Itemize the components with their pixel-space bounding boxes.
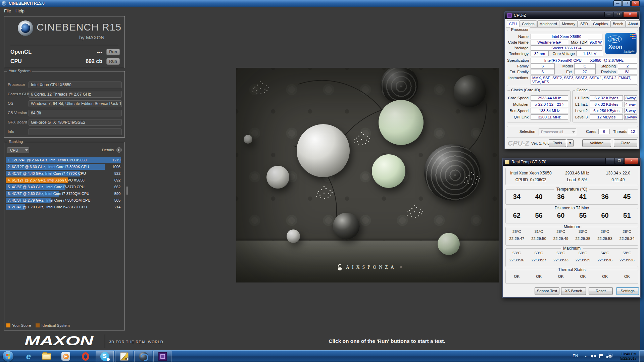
close-icon[interactable]: ✕ — [624, 158, 638, 164]
thermal-status: OK — [528, 274, 550, 278]
menu-help[interactable]: Help — [15, 8, 24, 13]
core-voltage-field: 1.184 V — [576, 51, 603, 56]
show-desktop-button[interactable] — [640, 350, 644, 362]
tab-bench[interactable]: Bench — [610, 20, 626, 27]
thermal-status: OK — [550, 274, 572, 278]
minimize-button[interactable]: — — [604, 12, 613, 17]
run-cpu-button[interactable]: Run — [106, 58, 120, 65]
system-row-value[interactable]: Windows 7, 64 Bit, Ultimate Edition Serv… — [29, 100, 122, 107]
system-row-value[interactable]: 64 Bit — [29, 110, 122, 116]
specification-field: Intel(R) Xeon(R) CPU X5650 @ 2.67GHz — [531, 58, 637, 63]
system-row-label: Cores x GHz — [8, 92, 30, 96]
volume-icon[interactable] — [591, 354, 596, 360]
hidden-icons-button[interactable]: ▲ — [584, 355, 587, 358]
details-expand-button[interactable]: ▶ — [116, 147, 122, 153]
ranking-row[interactable]: 7. 4C/8T @ 2.79 GHz, Intel Core i7-3840Q… — [6, 198, 121, 203]
tab-spd[interactable]: SPD — [578, 20, 590, 27]
ranking-legend: Your ScoreIdentical System — [6, 323, 70, 327]
tjmax-distance: 62 — [506, 212, 528, 219]
minimum-time: 22:29:35 — [572, 237, 594, 241]
tools-dropdown-button[interactable]: ▾ — [567, 139, 574, 147]
close-button[interactable]: ✕ — [631, 0, 640, 6]
core-temperature: 36 — [550, 193, 572, 201]
xs-bench-button[interactable]: XS Bench — [561, 287, 586, 295]
ranking-row[interactable]: 2. 6C/12T @ 3.30 GHz, Intel Core i7-3930… — [6, 164, 121, 170]
media-player-button[interactable]: ▶ — [59, 351, 73, 362]
cpu-name: Intel Xeon Xeon X5650 — [506, 171, 556, 175]
your-system-title: Your System — [7, 69, 32, 73]
cpuz-footer-logo: CPU-Z — [508, 139, 529, 147]
ranking-row[interactable]: 5. 4C/8T @ 3.40 GHz, Intel Core i7-3770 … — [6, 184, 121, 190]
cinebench-logo-title: CINEBENCH R15 — [37, 21, 121, 33]
ranking-row[interactable]: 3. 4C/8T @ 4.40 GHz, Intel Core i7-4770K… — [6, 171, 121, 176]
close-button[interactable]: Close — [614, 139, 637, 147]
maximum-time: 22:39:36 — [616, 258, 638, 262]
action-center-flag-icon[interactable] — [599, 354, 603, 360]
system-row-value[interactable]: 6 Cores, 12 Threads @ 2.67 GHz — [29, 91, 122, 98]
ranking-row-score: 214 — [114, 205, 120, 209]
tab-graphics[interactable]: Graphics — [591, 20, 610, 27]
desktop: CINEBENCH R15.0 — ❐ ✕ File Help CINEBENC… — [0, 0, 644, 362]
system-row-label: CB Version — [8, 111, 27, 115]
tab-about[interactable]: About — [626, 20, 640, 27]
language-indicator[interactable]: EN — [573, 354, 578, 358]
settings-button[interactable]: Settings — [616, 287, 639, 295]
ranking-row[interactable]: 6. 4C/8T @ 2.60 GHz, Intel Core i7-3720Q… — [6, 191, 121, 197]
minimize-button[interactable]: — — [605, 158, 614, 164]
validate-button[interactable]: Validate — [582, 139, 611, 147]
system-row: Info — [4, 128, 125, 135]
core-temperature: 41 — [572, 193, 594, 201]
windows-explorer-button[interactable] — [39, 351, 53, 362]
system-row-value[interactable] — [29, 128, 122, 135]
sensor-test-button[interactable]: Sensor Test — [535, 287, 559, 295]
media-player-icon: ▶ — [61, 352, 70, 361]
ranking-scrollbar[interactable] — [127, 187, 128, 195]
tab-mainboard[interactable]: Mainboard — [537, 20, 559, 27]
restore-button[interactable]: ❐ — [622, 0, 631, 6]
processor-selection-dropdown[interactable]: Processor #1 — [539, 128, 576, 135]
minimum-temperature: 28°C — [616, 229, 638, 234]
realtemp-taskbar-button[interactable]: 46 — [115, 351, 133, 362]
clock-value-field: 2933.44 MHz — [531, 95, 568, 101]
network-icon[interactable] — [606, 354, 612, 360]
close-icon[interactable]: ✕ — [623, 12, 637, 17]
system-row-value[interactable]: Intel Xeon CPU X5650 — [29, 82, 122, 88]
reset-button[interactable]: Reset — [589, 287, 613, 295]
taskbar-clock[interactable]: 10:40 PM 5/22/2017 — [615, 352, 637, 361]
ranking-row[interactable]: 8. 2C/4T @ 1.70 GHz, Intel Core i5-3317U… — [6, 204, 121, 210]
system-row: OSWindows 7, 64 Bit, Ultimate Edition Se… — [4, 100, 125, 107]
tab-memory[interactable]: Memory — [560, 20, 578, 27]
system-row-value[interactable]: GeForce GTX 780/PCIe/SSE2 — [29, 119, 122, 126]
skype-taskbar-button[interactable]: S — [96, 351, 114, 362]
opera-button[interactable] — [79, 351, 93, 362]
start-button[interactable] — [3, 351, 13, 362]
processor-groupbox: Processor Name Intel Xeon X5650 intel Xe… — [507, 30, 638, 86]
cpuz-titlebar[interactable]: CPU-Z — ❐ ✕ — [505, 12, 639, 19]
ranking-row[interactable]: 4. 6C/12T @ 2.67 GHz, Intel Xeon CPU X56… — [6, 177, 121, 183]
maximize-button[interactable]: ❐ — [615, 158, 624, 164]
ranking-row[interactable]: 1. 12C/24T @ 2.66 GHz, Intel Xeon CPU X5… — [6, 157, 121, 163]
run-opengl-button[interactable]: Run — [106, 49, 120, 55]
cpuid-value: CPUID 0x206C2 — [506, 177, 556, 182]
ranking-row-label: 8. 2C/4T @ 1.70 GHz, Intel Core i5-3317U… — [8, 205, 87, 209]
minimize-button[interactable]: — — [613, 0, 622, 6]
cpuz-taskbar-button[interactable] — [153, 351, 171, 362]
internet-explorer-button[interactable]: e — [21, 351, 36, 362]
maximum-time: 22:39:39 — [572, 258, 594, 262]
tab-caches[interactable]: Caches — [519, 20, 537, 27]
ranking-row-label: 5. 4C/8T @ 3.40 GHz, Intel Core i7-3770 … — [8, 185, 85, 189]
minimum-time: 22:29:50 — [528, 237, 550, 241]
tab-cpu[interactable]: CPU — [507, 20, 519, 28]
maximum-temperature: 54°C — [594, 251, 616, 255]
tools-button[interactable]: Tools — [549, 139, 566, 147]
system-row-label: OS — [8, 101, 13, 105]
cinebench-window-title: CINEBENCH R15.0 — [9, 0, 45, 7]
realtemp-titlebar[interactable]: Real Temp GT 3.70 — ❐ ✕ — [503, 158, 640, 166]
maximize-button[interactable]: ❐ — [614, 12, 623, 17]
aixsponza-watermark: AIXSPONZA © — [338, 264, 402, 270]
cpuz-client: CPUCachesMainboardMemorySPDGraphicsBench… — [505, 19, 639, 149]
menu-file[interactable]: File — [4, 8, 11, 13]
cinebench-taskbar-button[interactable] — [134, 351, 152, 362]
cpuz-app-icon — [507, 13, 512, 18]
cinebench-titlebar[interactable]: CINEBENCH R15.0 — ❐ ✕ — [0, 0, 644, 7]
